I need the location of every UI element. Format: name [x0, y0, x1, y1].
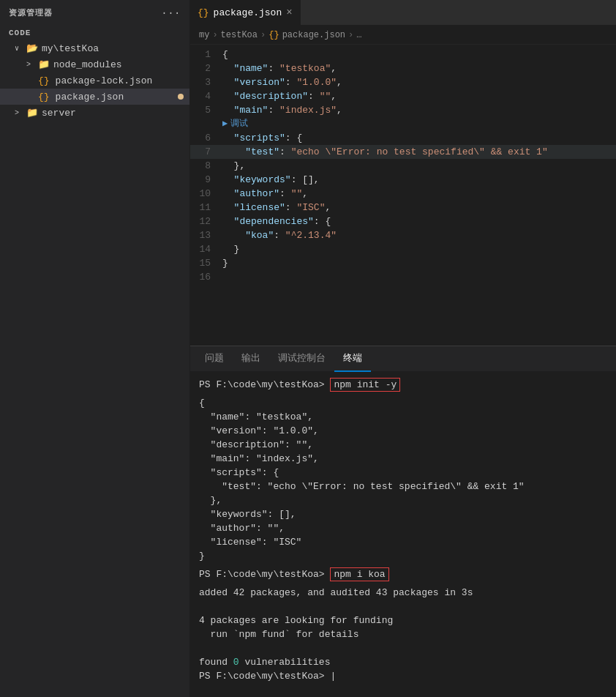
- breadcrumb-part: my: [199, 30, 209, 40]
- tab-close-button[interactable]: ×: [286, 7, 292, 18]
- sidebar-item-package-json[interactable]: {} package.json: [0, 89, 189, 105]
- breadcrumb-part: …: [356, 30, 361, 40]
- terminal-output-line: "test": "echo \"Error: no test specified…: [199, 480, 607, 493]
- tab-package-json[interactable]: {} package.json ×: [190, 0, 301, 25]
- sidebar: 资源管理器 ··· CODE ∨ 📂 my\testKoa > 📁 node_m…: [0, 0, 190, 697]
- breadcrumb: my › testKoa › {} package.json › …: [190, 26, 616, 45]
- terminal-output-line: "scripts": {: [199, 466, 607, 480]
- code-line: 8 },: [190, 159, 616, 173]
- json-file-icon: {}: [38, 92, 50, 102]
- sidebar-item-label: node_modules: [53, 59, 122, 70]
- terminal-prompt-line-2: PS F:\code\my\testKoa> npm i koa: [199, 567, 607, 581]
- terminal-prompt-2: PS F:\code\my\testKoa>: [199, 569, 330, 580]
- terminal-output-line: "author": "",: [199, 521, 607, 535]
- code-line: 13 "koa": "^2.13.4": [190, 228, 616, 242]
- folder-arrow-icon: >: [15, 109, 26, 117]
- code-line: 15 }: [190, 256, 616, 270]
- panel-tab-problems[interactable]: 问题: [196, 346, 233, 372]
- sidebar-section-label: CODE: [0, 26, 189, 40]
- terminal-output-block-1: { "name": "testkoa", "version": "1.0.0",…: [199, 396, 607, 563]
- breadcrumb-part: testKoa: [221, 30, 258, 40]
- terminal-output-line: "description": "",: [199, 438, 607, 452]
- sidebar-header-title: 资源管理器: [9, 7, 53, 18]
- terminal-output-line: "name": "testkoa",: [199, 410, 607, 424]
- terminal-output-line: {: [199, 396, 607, 410]
- panel-tab-label: 输出: [241, 351, 260, 365]
- sidebar-item-server[interactable]: > 📁 server: [0, 105, 189, 121]
- panel-tab-output[interactable]: 输出: [233, 346, 269, 372]
- terminal-output-line: }: [199, 549, 607, 563]
- code-line: 11 "license": "ISC",: [190, 201, 616, 215]
- vulnerability-count: 0: [233, 657, 239, 668]
- code-line: 2 "name": "testkoa",: [190, 61, 616, 75]
- sidebar-item-my-testkoa[interactable]: ∨ 📂 my\testKoa: [0, 40, 189, 56]
- panel-tab-label: 问题: [205, 351, 224, 365]
- editor-area[interactable]: 1 { 2 "name": "testkoa", 3 "version": "1…: [190, 45, 616, 346]
- code-line: 12 "dependencies": {: [190, 215, 616, 228]
- folder-arrow-icon: >: [26, 61, 38, 69]
- breadcrumb-part: package.json: [282, 30, 345, 40]
- terminal-prompt-1: PS F:\code\my\testKoa>: [199, 379, 330, 390]
- panel-tab-debug-console[interactable]: 调试控制台: [269, 346, 334, 372]
- sidebar-item-package-lock[interactable]: {} package-lock.json: [0, 72, 189, 89]
- breadcrumb-icon: {}: [268, 30, 279, 40]
- tab-icon: {}: [198, 7, 209, 18]
- code-line: 5 "main": "index.js",: [190, 103, 616, 117]
- terminal-cmd-2: npm i koa: [330, 567, 388, 581]
- code-line: 6 "scripts": {: [190, 131, 616, 145]
- terminal-output-line: 4 packages are looking for funding: [199, 614, 607, 627]
- terminal-output-block-2: added 42 packages, and audited 43 packag…: [199, 586, 607, 683]
- folder-arrow-icon: ∨: [15, 44, 26, 53]
- json-file-icon: {}: [38, 75, 50, 86]
- terminal-cmd-1: npm init -y: [330, 378, 400, 392]
- panel-area: 问题 输出 调试控制台 终端 PS F:\code\my\testKoa> np…: [190, 346, 616, 697]
- code-line: 3 "version": "1.0.0",: [190, 75, 616, 89]
- code-editor[interactable]: 1 { 2 "name": "testkoa", 3 "version": "1…: [190, 45, 616, 346]
- panel-tab-terminal[interactable]: 终端: [334, 346, 371, 372]
- breadcrumb-separator: ›: [348, 30, 353, 40]
- terminal-output-line: [199, 600, 607, 614]
- panel-tab-label: 调试控制台: [278, 351, 326, 365]
- sidebar-item-label: server: [42, 108, 76, 119]
- terminal-output-line: "main": "index.js",: [199, 452, 607, 466]
- code-line: 14 }: [190, 242, 616, 256]
- sidebar-item-label: my\testKoa: [42, 43, 99, 54]
- folder-icon: 📁: [26, 107, 38, 119]
- terminal-output-line: "license": "ISC": [199, 535, 607, 549]
- folder-open-icon: 📂: [26, 42, 38, 54]
- terminal-output-line: run `npm fund` for details: [199, 627, 607, 641]
- sidebar-header: 资源管理器 ···: [0, 0, 189, 26]
- code-line: 10 "author": "",: [190, 187, 616, 201]
- debug-label: 调试: [230, 117, 248, 131]
- tab-bar: {} package.json ×: [190, 0, 616, 26]
- code-line: 1 {: [190, 48, 616, 61]
- main-area: {} package.json × my › testKoa › {} pack…: [190, 0, 616, 697]
- sidebar-header-icons: ···: [161, 7, 181, 19]
- terminal-output-line: found 0 vulnerabilities: [199, 655, 607, 669]
- terminal-output-line: },: [199, 493, 607, 507]
- sidebar-item-label: package-lock.json: [56, 75, 153, 86]
- terminal-output-line: PS F:\code\my\testKoa> |: [199, 669, 607, 683]
- breadcrumb-separator: ›: [260, 30, 266, 40]
- panel-tab-label: 终端: [343, 351, 362, 365]
- code-line: 7 "test": "echo \"Error: no test specifi…: [190, 145, 616, 159]
- panel-tab-bar: 问题 输出 调试控制台 终端: [190, 346, 616, 372]
- terminal-output-line: added 42 packages, and audited 43 packag…: [199, 586, 607, 600]
- sidebar-item-node-modules[interactable]: > 📁 node_modules: [0, 56, 189, 72]
- code-line: 9 "keywords": [],: [190, 173, 616, 187]
- terminal-output-line: "version": "1.0.0",: [199, 424, 607, 438]
- code-line: ▶ 调试: [190, 117, 616, 131]
- folder-icon: 📁: [38, 59, 50, 70]
- debug-arrow-icon: ▶: [222, 117, 228, 131]
- modified-indicator: [178, 94, 184, 100]
- breadcrumb-separator: ›: [212, 30, 217, 40]
- code-line: 4 "description": "",: [190, 89, 616, 103]
- tab-label: package.json: [214, 7, 282, 18]
- terminal-output-line: [199, 641, 607, 655]
- code-line: 16: [190, 270, 616, 284]
- terminal-output-line: "keywords": [],: [199, 507, 607, 521]
- terminal-area[interactable]: PS F:\code\my\testKoa> npm init -y { "na…: [190, 372, 616, 697]
- sidebar-more-icon[interactable]: ···: [161, 7, 181, 19]
- terminal-block-2: PS F:\code\my\testKoa> npm i koa: [199, 567, 607, 581]
- terminal-block-1: PS F:\code\my\testKoa> npm init -y: [199, 378, 607, 392]
